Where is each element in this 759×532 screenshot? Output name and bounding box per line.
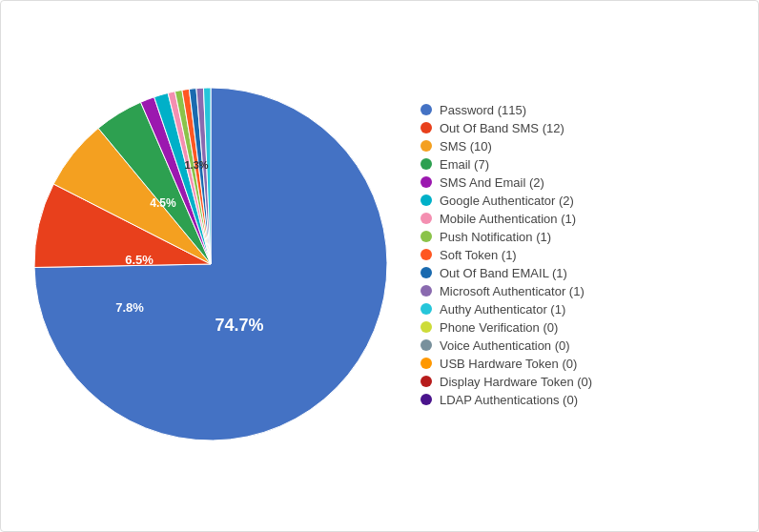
legend-item: Authy Authenticator (1) [421, 302, 739, 317]
legend-color-dot [421, 339, 432, 351]
legend-color-dot [421, 140, 432, 152]
pie-label-65: 6.5% [125, 253, 154, 267]
legend-label: Password (115) [440, 103, 526, 117]
legend-label: Voice Authentication (0) [440, 338, 570, 353]
legend-item: Soft Token (1) [421, 248, 739, 262]
legend-item: SMS (10) [421, 139, 739, 153]
pie-label-78: 7.8% [115, 300, 144, 315]
legend-label: Google Authenticator (2) [440, 194, 574, 208]
legend-color-dot [421, 394, 432, 405]
total-auth-card: 74.7% 7.8% 6.5% 4.5% 1.3% Password (115)… [0, 0, 759, 532]
legend-label: USB Hardware Token (0) [440, 357, 577, 371]
pie-chart: 74.7% 7.8% 6.5% 4.5% 1.3% [20, 35, 401, 474]
legend-item: Phone Verification (0) [421, 320, 739, 335]
legend-item: Out Of Band EMAIL (1) [421, 266, 739, 280]
legend-label: Display Hardware Token (0) [440, 375, 592, 389]
legend-color-dot [421, 231, 432, 242]
legend-label: Push Notification (1) [440, 230, 551, 244]
legend-color-dot [421, 158, 432, 170]
legend-label: Microsoft Authenticator (1) [440, 284, 585, 298]
legend-label: Phone Verification (0) [440, 320, 558, 335]
legend-container: Password (115)Out Of Band SMS (12)SMS (1… [401, 103, 739, 407]
legend-item: LDAP Authentications (0) [421, 393, 739, 407]
legend-label: LDAP Authentications (0) [440, 393, 578, 407]
legend-color-dot [421, 249, 432, 260]
legend-item: Display Hardware Token (0) [421, 375, 739, 389]
legend-label: Email (7) [440, 157, 489, 172]
legend-item: Out Of Band SMS (12) [421, 121, 739, 135]
legend-color-dot [421, 104, 432, 115]
legend-label: Authy Authenticator (1) [440, 302, 565, 317]
legend-color-dot [421, 267, 432, 278]
legend-label: Out Of Band EMAIL (1) [440, 266, 567, 280]
legend-item: Google Authenticator (2) [421, 194, 739, 208]
pie-label-45: 4.5% [150, 196, 176, 210]
pie-svg: 74.7% 7.8% 6.5% 4.5% 1.3% [34, 45, 387, 464]
legend-label: Mobile Authentication (1) [440, 212, 576, 226]
legend-color-dot [421, 122, 432, 133]
legend-item: Mobile Authentication (1) [421, 212, 739, 226]
legend-label: Out Of Band SMS (12) [440, 121, 564, 135]
legend-item: Microsoft Authenticator (1) [421, 284, 739, 298]
chart-area: 74.7% 7.8% 6.5% 4.5% 1.3% Password (115)… [20, 26, 739, 483]
legend-item: USB Hardware Token (0) [421, 357, 739, 371]
legend-label: SMS (10) [440, 139, 492, 153]
legend-color-dot [421, 213, 432, 224]
legend-item: SMS And Email (2) [421, 175, 739, 190]
legend-item: Push Notification (1) [421, 230, 739, 244]
pie-label-13: 1.3% [184, 159, 208, 171]
legend-color-dot [421, 285, 432, 297]
legend-item: Voice Authentication (0) [421, 338, 739, 353]
legend-item: Password (115) [421, 103, 739, 117]
legend-color-dot [421, 358, 432, 369]
legend-color-dot [421, 303, 432, 315]
legend-color-dot [421, 376, 432, 387]
legend-color-dot [421, 176, 432, 188]
pie-label-747: 74.7% [215, 316, 263, 335]
legend-color-dot [421, 321, 432, 333]
legend-item: Email (7) [421, 157, 739, 172]
legend-color-dot [421, 194, 432, 206]
legend-label: Soft Token (1) [440, 248, 517, 262]
legend-label: SMS And Email (2) [440, 175, 544, 190]
